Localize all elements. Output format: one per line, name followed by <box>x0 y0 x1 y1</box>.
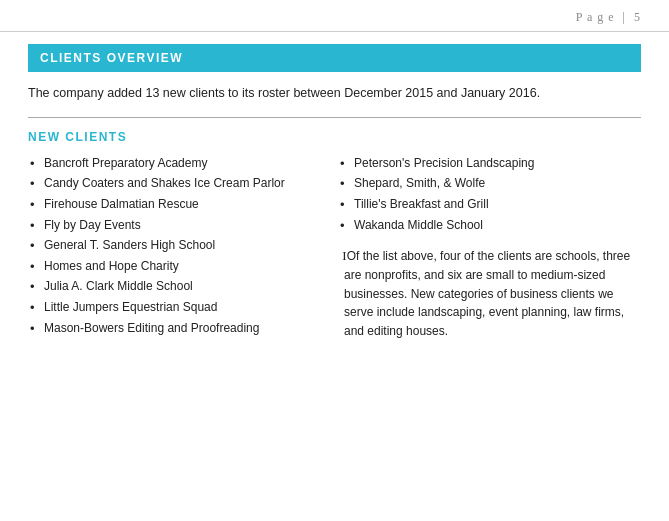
main-content: CLIENTS OVERVIEW The company added 13 ne… <box>0 32 669 357</box>
list-item: Wakanda Middle School <box>338 216 641 235</box>
cursor-char: I <box>338 248 347 263</box>
list-item: Firehouse Dalmatian Rescue <box>28 195 318 214</box>
list-item: Tillie's Breakfast and Grill <box>338 195 641 214</box>
list-item: Mason-Bowers Editing and Proofreading <box>28 319 318 338</box>
list-item: Homes and Hope Charity <box>28 257 318 276</box>
intro-paragraph: The company added 13 new clients to its … <box>28 84 641 103</box>
list-item: General T. Sanders High School <box>28 236 318 255</box>
section-header-clients-overview: CLIENTS OVERVIEW <box>28 44 641 72</box>
left-client-list: Bancroft Preparatory Academy Candy Coate… <box>28 154 318 337</box>
page-header: P a g e | 5 <box>0 0 669 32</box>
description-paragraph: IOf the list above, four of the clients … <box>338 246 641 341</box>
list-item: Candy Coaters and Shakes Ice Cream Parlo… <box>28 174 318 193</box>
list-item: Julia A. Clark Middle School <box>28 277 318 296</box>
list-item: Shepard, Smith, & Wolfe <box>338 174 641 193</box>
list-item: Bancroft Preparatory Academy <box>28 154 318 173</box>
two-column-layout: Bancroft Preparatory Academy Candy Coate… <box>28 154 641 341</box>
list-item: Fly by Day Events <box>28 216 318 235</box>
list-item: Peterson's Precision Landscaping <box>338 154 641 173</box>
sub-header-new-clients: NEW CLIENTS <box>28 130 641 144</box>
list-item: Little Jumpers Equestrian Squad <box>28 298 318 317</box>
section-divider <box>28 117 641 118</box>
right-column: Peterson's Precision Landscaping Shepard… <box>338 154 641 341</box>
right-client-list: Peterson's Precision Landscaping Shepard… <box>338 154 641 234</box>
page-container: P a g e | 5 CLIENTS OVERVIEW The company… <box>0 0 669 521</box>
page-number: P a g e | 5 <box>576 10 641 25</box>
left-column: Bancroft Preparatory Academy Candy Coate… <box>28 154 318 339</box>
